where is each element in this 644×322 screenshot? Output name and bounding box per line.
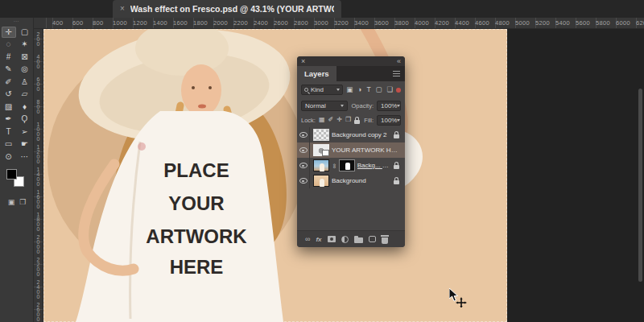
move-tool[interactable]: ✛	[2, 27, 16, 38]
lock-pixels-icon[interactable]: ✐	[328, 117, 334, 123]
new-group-icon[interactable]	[354, 237, 363, 243]
hand-tool[interactable]: ☛	[18, 138, 32, 150]
ruler-v-label: 2400	[35, 279, 41, 299]
gradient-tool[interactable]: ▨	[2, 101, 16, 113]
layer-row[interactable]: YOUR ARTWORK HERE	[297, 142, 405, 158]
eraser-tool[interactable]: ▱	[18, 89, 32, 100]
layer-visibility-toggle[interactable]	[297, 127, 310, 142]
right-eye	[208, 86, 212, 89]
ruler-h-label: 5800	[596, 19, 610, 27]
layer-row[interactable]: ∞Backg... copy	[297, 158, 405, 173]
link-layers-icon[interactable]: ∞	[305, 236, 310, 243]
ruler-h-label: 2000	[213, 19, 228, 27]
healing-brush-tool[interactable]: ◎	[18, 64, 32, 75]
lasso-tool[interactable]: ◌	[2, 39, 16, 50]
eye-icon	[299, 178, 308, 184]
ruler-v-label: 1600	[35, 189, 41, 208]
magic-wand-tool[interactable]: ✶	[18, 39, 32, 50]
add-layer-mask-icon[interactable]	[328, 236, 336, 242]
path-selection-tool[interactable]: ➢	[18, 126, 32, 138]
ruler-v-label: 1800	[35, 212, 41, 231]
ruler-h-label: 5400	[555, 19, 570, 27]
history-brush-tool[interactable]: ↺	[2, 89, 16, 100]
pen-tool[interactable]: ✒	[2, 114, 16, 125]
layer-row-content: Background	[310, 175, 405, 187]
blend-mode-value: Normal	[305, 102, 326, 109]
artwork-line-2: YOUR	[168, 192, 224, 214]
ruler-h-label: 5000	[515, 19, 530, 27]
frame-tool[interactable]: ⊠	[18, 52, 32, 63]
adjustment-layer-icon[interactable]	[341, 236, 349, 243]
artwork-line-1: PLACE	[163, 159, 229, 181]
filter-adjustment-layers-icon[interactable]: ◑	[357, 86, 361, 93]
layer-mask-thumbnail[interactable]	[339, 159, 355, 171]
filter-icons: ▣◑T▢❏	[346, 86, 393, 93]
layer-effects-icon[interactable]: fx	[316, 236, 321, 243]
layer-name[interactable]: Background copy 2	[332, 131, 391, 138]
layer-name[interactable]: YOUR ARTWORK HERE	[332, 147, 401, 154]
layers-panel-header: × «	[297, 56, 405, 66]
tab-close-icon[interactable]: ×	[120, 5, 125, 13]
clone-stamp-tool[interactable]: ♙	[18, 76, 32, 88]
zoom-tool[interactable]: ⊙	[2, 151, 16, 163]
filter-smart-objects-icon[interactable]: ❏	[387, 86, 394, 93]
layer-row[interactable]: Background	[297, 173, 405, 188]
ruler-h-label: 5600	[576, 19, 590, 27]
lock-position-icon[interactable]: ✛	[336, 117, 342, 123]
opacity-select[interactable]: 100%	[377, 101, 401, 111]
layer-thumbnail[interactable]	[313, 175, 329, 187]
lock-transparency-icon[interactable]: ▦	[319, 117, 325, 123]
eyedropper-tool[interactable]: ✎	[2, 64, 16, 75]
delete-layer-icon[interactable]	[382, 237, 388, 244]
filter-kind-select[interactable]: Kind	[301, 85, 343, 95]
layer-lock-icon	[394, 165, 399, 169]
layer-name[interactable]: Backg... copy	[357, 162, 391, 169]
layer-row[interactable]: Background copy 2	[297, 127, 405, 142]
document-tab[interactable]: × Wash effect on Fresco.psd @ 43.1% (YOU…	[113, 0, 341, 18]
tool-grid: ✛▢◌✶#⊠✎◎✐♙↺▱▨♦✒ϘT➢▭☛⊙⋯	[0, 26, 33, 163]
layer-visibility-toggle[interactable]	[297, 158, 310, 173]
brush-tool[interactable]: ✐	[2, 76, 16, 88]
toolbar-grip[interactable]: ⋯	[0, 19, 33, 25]
type-tool[interactable]: T	[2, 126, 16, 138]
layers-panel: × « Layers Kind ▣◑T▢❏ Normal Opacity: 10…	[297, 56, 405, 247]
blend-row: Normal Opacity: 100%	[297, 98, 405, 113]
artwork-line-4: HERE	[170, 256, 224, 278]
layer-visibility-toggle[interactable]	[297, 173, 310, 188]
ruler-h-label: 2400	[254, 19, 268, 27]
filter-pixel-layers-icon[interactable]: ▣	[346, 86, 353, 93]
lock-all-icon[interactable]	[354, 120, 360, 124]
blur-tool[interactable]: ♦	[18, 101, 32, 113]
layer-lock-icon	[394, 180, 399, 184]
layer-thumbnail[interactable]	[313, 129, 329, 141]
canvas-document[interactable]: PLACE YOUR ARTWORK HERE	[43, 29, 507, 322]
panel-menu-icon[interactable]	[393, 71, 400, 76]
layer-visibility-toggle[interactable]	[297, 142, 310, 158]
dodge-tool[interactable]: Ϙ	[18, 114, 32, 125]
marquee-tool[interactable]: ▢	[18, 27, 32, 38]
crop-tool[interactable]: #	[2, 52, 16, 63]
quick-mask-icon[interactable]: ▣	[8, 198, 15, 206]
artwork-line-3: ARTWORK	[146, 225, 247, 247]
layer-mask-link-icon[interactable]: ∞	[331, 163, 337, 168]
panel-close-icon[interactable]: ×	[301, 58, 305, 65]
screen-mode-icon[interactable]: ❐	[19, 198, 26, 206]
foreground-color-swatch[interactable]	[6, 169, 17, 180]
layer-thumbnail[interactable]	[313, 159, 329, 171]
vertical-scrollbar[interactable]	[638, 89, 642, 282]
new-layer-icon[interactable]	[369, 236, 376, 242]
tab-layers[interactable]: Layers	[297, 66, 336, 81]
fill-select[interactable]: 100%	[377, 115, 401, 126]
filter-type-layers-icon[interactable]: T	[366, 86, 370, 93]
eye-icon	[299, 147, 308, 153]
blend-mode-select[interactable]: Normal	[301, 101, 348, 111]
layer-thumbnail[interactable]	[313, 144, 329, 156]
ruler-h-label: 3800	[394, 19, 409, 27]
filter-toggle[interactable]	[396, 88, 401, 93]
layer-name[interactable]: Background	[332, 177, 391, 184]
more-tools[interactable]: ⋯	[18, 151, 32, 163]
rectangle-tool[interactable]: ▭	[2, 138, 16, 150]
panel-collapse-icon[interactable]: «	[397, 58, 401, 65]
filter-shape-layers-icon[interactable]: ▢	[376, 86, 382, 93]
lock-artboard-icon[interactable]: ❐	[345, 117, 351, 123]
